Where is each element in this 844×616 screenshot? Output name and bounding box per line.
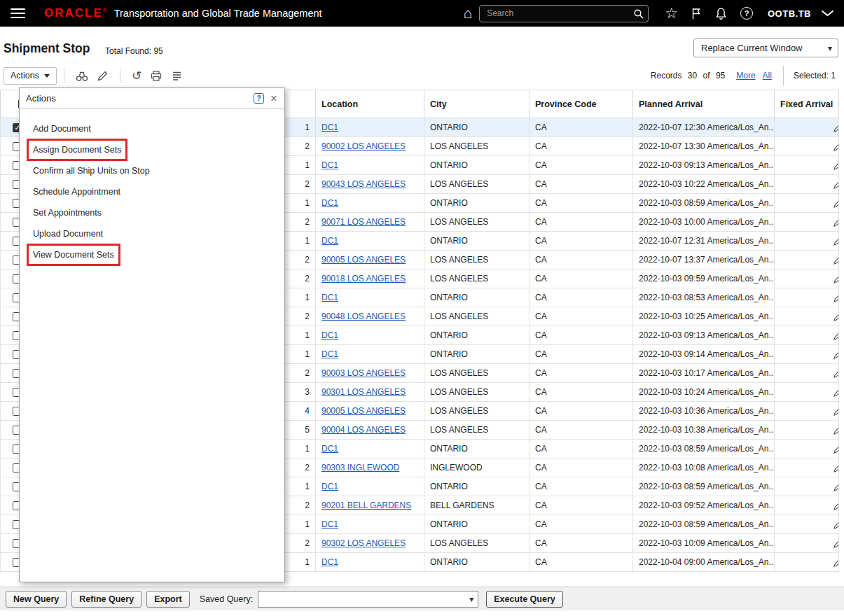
actions-menu-item[interactable]: Assign Document Sets [20, 139, 284, 160]
col-header-planned-arrival[interactable]: Planned Arrival [633, 90, 775, 118]
fixed-arrival-cell [775, 515, 839, 534]
edit-pencil-icon[interactable] [97, 70, 109, 82]
location-link[interactable]: 90005 LOS ANGELES [321, 255, 406, 265]
edit-pencil-icon[interactable] [833, 444, 839, 454]
col-header-fixed-arrival[interactable]: Fixed Arrival [775, 90, 839, 118]
edit-pencil-icon[interactable] [833, 350, 839, 359]
top-navigation-bar: ORACLE® Transportation and Global Trade … [0, 0, 844, 27]
help-icon[interactable]: ? [254, 93, 264, 104]
location-link[interactable]: DC1 [321, 122, 338, 132]
location-link[interactable]: DC1 [321, 557, 338, 567]
actions-menu-item[interactable]: Schedule Appointment [20, 181, 284, 202]
close-icon[interactable]: × [270, 93, 277, 104]
help-icon[interactable]: ? [740, 7, 753, 20]
refine-query-button[interactable]: Refine Query [71, 591, 141, 608]
all-link[interactable]: All [763, 71, 772, 80]
list-icon[interactable] [171, 70, 183, 82]
actions-menu-item[interactable]: Confirm all Ship Units on Stop [20, 160, 284, 181]
col-header-province-code[interactable]: Province Code [530, 90, 633, 118]
edit-pencil-icon[interactable] [833, 558, 839, 567]
planned-arrival-cell: 2022-10-03 08:59 America/Los_An... [633, 194, 775, 213]
window-mode-select[interactable]: Replace Current Window ▾ [693, 38, 838, 57]
edit-pencil-icon[interactable] [833, 482, 839, 491]
edit-pencil-icon[interactable] [833, 123, 839, 132]
flag-icon[interactable] [691, 7, 702, 20]
location-link[interactable]: 90002 LOS ANGELES [321, 141, 406, 151]
binoculars-icon[interactable] [76, 70, 88, 82]
location-link[interactable]: 90004 LOS ANGELES [321, 425, 406, 435]
location-link[interactable]: 90018 LOS ANGELES [321, 274, 406, 284]
fixed-arrival-cell [775, 364, 839, 383]
city-cell: LOS ANGELES [424, 364, 530, 383]
city-cell: LOS ANGELES [424, 534, 530, 553]
print-icon[interactable] [150, 70, 162, 82]
location-link[interactable]: 90303 INGLEWOOD [321, 463, 399, 472]
edit-pencil-icon[interactable] [833, 142, 839, 151]
hamburger-menu-icon[interactable] [11, 6, 25, 21]
location-link[interactable]: 90003 LOS ANGELES [321, 368, 406, 378]
chevron-down-icon[interactable] [821, 10, 834, 17]
location-link[interactable]: 90302 LOS ANGELES [321, 538, 406, 548]
edit-pencil-icon[interactable] [833, 180, 839, 189]
home-icon[interactable]: ⌂ [463, 6, 472, 20]
actions-menu-item[interactable]: Set Appointments [20, 202, 284, 223]
location-link[interactable]: 90043 LOS ANGELES [321, 179, 406, 189]
planned-arrival-cell: 2022-10-07 13:37 America/Los_An... [633, 251, 775, 270]
actions-menu-item[interactable]: View Document Sets [20, 244, 284, 265]
actions-button[interactable]: Actions [4, 67, 57, 85]
edit-pencil-icon[interactable] [833, 520, 839, 529]
location-link[interactable]: 90048 LOS ANGELES [321, 312, 406, 321]
city-cell: LOS ANGELES [424, 383, 530, 402]
location-link[interactable]: 90201 BELL GARDENS [321, 500, 411, 510]
actions-menu-item[interactable]: Upload Document [20, 223, 284, 244]
location-link[interactable]: DC1 [321, 236, 338, 246]
edit-pencil-icon[interactable] [833, 539, 839, 548]
location-link[interactable]: DC1 [321, 330, 338, 340]
notifications-bell-icon[interactable] [714, 7, 728, 20]
location-link[interactable]: DC1 [321, 444, 338, 454]
location-link[interactable]: DC1 [321, 482, 338, 491]
edit-pencil-icon[interactable] [833, 463, 839, 472]
edit-pencil-icon[interactable] [833, 255, 839, 265]
export-button[interactable]: Export [146, 591, 190, 608]
saved-query-select[interactable]: ▾ [258, 591, 478, 608]
search-input[interactable] [480, 6, 648, 22]
page-title: Shipment Stop [4, 41, 90, 56]
location-link[interactable]: 90301 LOS ANGELES [321, 387, 406, 397]
edit-pencil-icon[interactable] [833, 161, 839, 170]
edit-pencil-icon[interactable] [833, 199, 839, 208]
location-link[interactable]: DC1 [321, 160, 338, 170]
global-search-box [479, 5, 649, 22]
location-link[interactable]: DC1 [321, 519, 338, 529]
col-header-location[interactable]: Location [316, 90, 424, 118]
edit-pencil-icon[interactable] [833, 501, 839, 510]
col-header-city[interactable]: City [424, 90, 530, 118]
planned-arrival-cell: 2022-10-03 08:53 America/Los_An... [633, 288, 775, 307]
city-cell: LOS ANGELES [424, 402, 530, 421]
edit-pencil-icon[interactable] [833, 369, 839, 378]
fixed-arrival-cell [775, 288, 839, 307]
undo-icon[interactable]: ↺ [132, 70, 141, 82]
edit-pencil-icon[interactable] [833, 218, 839, 227]
edit-pencil-icon[interactable] [833, 237, 839, 246]
location-link[interactable]: DC1 [321, 293, 338, 302]
search-icon[interactable] [633, 8, 644, 20]
actions-menu-item[interactable]: Add Document [20, 118, 284, 139]
user-menu[interactable]: OOTB.TB [768, 8, 811, 19]
execute-query-button[interactable]: Execute Query [486, 591, 563, 608]
edit-pencil-icon[interactable] [833, 293, 839, 302]
more-link[interactable]: More [736, 71, 755, 80]
edit-pencil-icon[interactable] [833, 426, 839, 435]
edit-pencil-icon[interactable] [833, 312, 839, 321]
edit-pencil-icon[interactable] [833, 274, 839, 284]
edit-pencil-icon[interactable] [833, 331, 839, 340]
location-link[interactable]: DC1 [321, 349, 338, 359]
location-link[interactable]: 90005 LOS ANGELES [321, 406, 406, 416]
new-query-button[interactable]: New Query [6, 591, 67, 608]
favorites-star-icon[interactable]: ☆ [665, 6, 678, 20]
province-code-cell: CA [530, 458, 633, 477]
edit-pencil-icon[interactable] [833, 407, 839, 416]
location-link[interactable]: DC1 [321, 198, 338, 208]
edit-pencil-icon[interactable] [833, 388, 839, 397]
location-link[interactable]: 90071 LOS ANGELES [321, 217, 406, 227]
